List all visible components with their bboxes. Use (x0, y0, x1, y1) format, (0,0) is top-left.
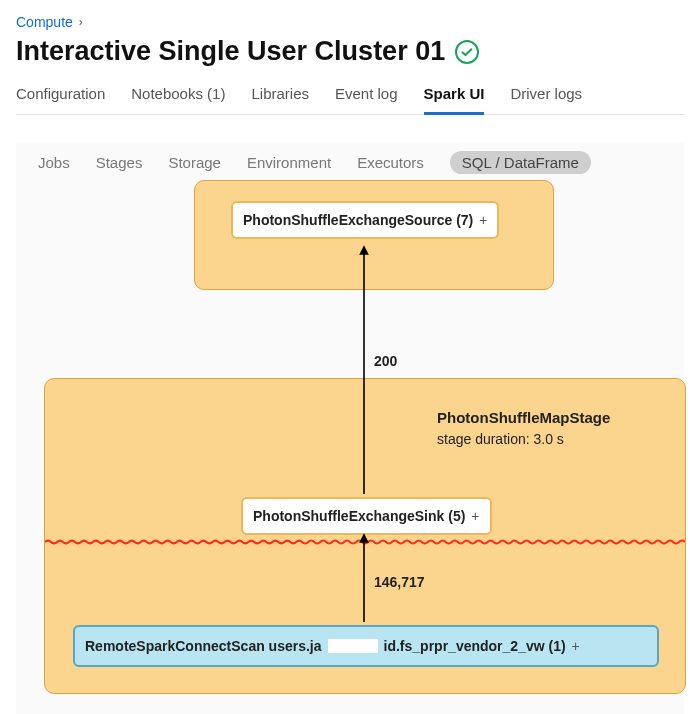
breadcrumb-root[interactable]: Compute (16, 14, 73, 30)
expand-icon[interactable]: + (479, 212, 487, 228)
spark-tab-stages[interactable]: Stages (96, 154, 143, 171)
tab-notebooks[interactable]: Notebooks (1) (131, 81, 225, 115)
status-running-icon (455, 40, 479, 64)
tab-event-log[interactable]: Event log (335, 81, 398, 115)
dag-op-label-prefix: RemoteSparkConnectScan users.ja (85, 638, 322, 654)
chevron-right-icon: › (79, 15, 83, 29)
tabs-primary: Configuration Notebooks (1) Libraries Ev… (16, 81, 684, 115)
dag-op-remote-scan[interactable]: RemoteSparkConnectScan users.ja id.fs_pr… (73, 625, 659, 667)
dag-diagram: PhotonShuffleExchangeSource (7) + Photon… (16, 188, 684, 714)
dag-op-shuffle-source[interactable]: PhotonShuffleExchangeSource (7) + (231, 201, 499, 239)
expand-icon[interactable]: + (572, 638, 580, 654)
dag-op-shuffle-sink[interactable]: PhotonShuffleExchangeSink (5) + (241, 497, 492, 535)
spark-tab-executors[interactable]: Executors (357, 154, 424, 171)
tab-configuration[interactable]: Configuration (16, 81, 105, 115)
dag-stage-title: PhotonShuffleMapStage (437, 409, 610, 426)
redacted-region (328, 639, 378, 653)
spark-tab-environment[interactable]: Environment (247, 154, 331, 171)
dag-stage-lower[interactable]: PhotonShuffleMapStage stage duration: 3.… (44, 378, 686, 694)
dag-op-label: PhotonShuffleExchangeSource (7) (243, 212, 473, 228)
spark-tab-jobs[interactable]: Jobs (38, 154, 70, 171)
dag-op-label-suffix: id.fs_prpr_vendor_2_vw (1) (384, 638, 566, 654)
dag-stage-upper[interactable]: PhotonShuffleExchangeSource (7) + (194, 180, 554, 290)
spark-tab-sql[interactable]: SQL / DataFrame (450, 151, 591, 174)
expand-icon[interactable]: + (471, 508, 479, 524)
dag-edge-row-count-lower: 146,717 (374, 574, 425, 590)
breadcrumb: Compute › (16, 14, 684, 30)
tab-libraries[interactable]: Libraries (251, 81, 309, 115)
dag-stage-duration: stage duration: 3.0 s (437, 431, 564, 447)
annotation-line (45, 539, 685, 545)
spark-tab-storage[interactable]: Storage (168, 154, 221, 171)
tab-driver-logs[interactable]: Driver logs (510, 81, 582, 115)
dag-op-label: PhotonShuffleExchangeSink (5) (253, 508, 465, 524)
page-title: Interactive Single User Cluster 01 (16, 36, 445, 67)
dag-edge-row-count-upper: 200 (374, 353, 397, 369)
tab-spark-ui[interactable]: Spark UI (424, 81, 485, 115)
